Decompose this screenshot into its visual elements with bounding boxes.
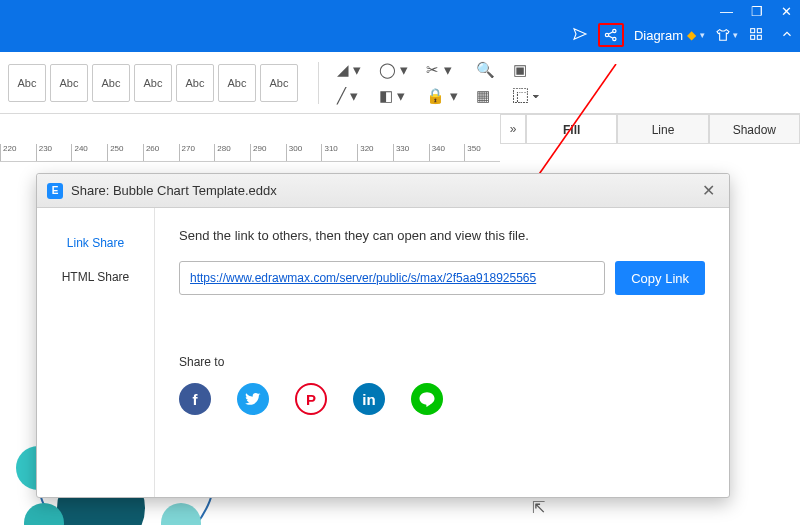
expand-panel-icon[interactable]: »: [500, 114, 526, 144]
dialog-header: E Share: Bubble Chart Template.eddx ✕: [37, 174, 729, 208]
diagram-type-selector[interactable]: Diagram ◆ ▾: [634, 28, 705, 43]
dialog-close-button[interactable]: ✕: [698, 179, 719, 202]
dialog-title: Share: Bubble Chart Template.eddx: [71, 183, 277, 198]
horizontal-ruler: 2202302402502602702802903003103203303403…: [0, 144, 500, 162]
lock-icon[interactable]: 🔒 ▾: [426, 87, 457, 105]
svg-point-12: [161, 503, 201, 525]
transparency-icon[interactable]: ◧ ▾: [379, 87, 408, 105]
line-style-icon[interactable]: ╱ ▾: [337, 87, 361, 105]
share-linkedin-icon[interactable]: in: [353, 383, 385, 415]
style-preset[interactable]: Abc: [50, 64, 88, 102]
dialog-nav: Link Share HTML Share: [37, 208, 155, 497]
style-preset[interactable]: Abc: [92, 64, 130, 102]
same-size-icon[interactable]: ▣: [513, 61, 540, 79]
svg-rect-5: [751, 35, 755, 39]
side-panel-tabs: » Fill Line Shadow: [500, 114, 800, 144]
chevron-down-icon: ▾: [700, 30, 705, 40]
select-similar-icon[interactable]: ▦: [476, 87, 495, 105]
style-preset[interactable]: Abc: [8, 64, 46, 102]
page-fit-icon[interactable]: ⇱: [532, 498, 545, 517]
chevron-down-icon: ▾: [733, 30, 738, 40]
share-facebook-icon[interactable]: f: [179, 383, 211, 415]
format-toolbar: Abc Abc Abc Abc Abc Abc Abc ◢ ▾ ◯ ▾ ✂ ▾ …: [0, 52, 800, 114]
window-maximize[interactable]: ❐: [751, 4, 763, 19]
share-to-label: Share to: [179, 355, 705, 369]
app-logo-icon: E: [47, 183, 63, 199]
tab-fill[interactable]: Fill: [526, 114, 617, 144]
svg-rect-6: [757, 35, 761, 39]
shape-style-gallery[interactable]: Abc Abc Abc Abc Abc Abc Abc: [8, 64, 298, 102]
shadow-ellipse-icon[interactable]: ◯ ▾: [379, 61, 408, 79]
fill-bucket-icon[interactable]: ◢ ▾: [337, 61, 361, 79]
share-description: Send the link to others, then they can o…: [179, 228, 705, 243]
premium-diamond-icon: ◆: [687, 28, 696, 42]
tab-shadow[interactable]: Shadow: [709, 114, 800, 144]
style-preset[interactable]: Abc: [218, 64, 256, 102]
nav-html-share[interactable]: HTML Share: [37, 260, 154, 294]
group-shapes-icon[interactable]: ⿸ ▾: [513, 87, 540, 104]
shirt-icon[interactable]: ▾: [715, 27, 738, 43]
share-dialog: E Share: Bubble Chart Template.eddx ✕ Li…: [36, 173, 730, 498]
svg-rect-4: [757, 28, 761, 32]
apps-grid-icon[interactable]: [748, 26, 764, 45]
style-preset[interactable]: Abc: [260, 64, 298, 102]
share-twitter-icon[interactable]: [237, 383, 269, 415]
share-pinterest-icon[interactable]: P: [295, 383, 327, 415]
svg-rect-3: [751, 28, 755, 32]
send-icon[interactable]: [572, 26, 588, 45]
copy-link-button[interactable]: Copy Link: [615, 261, 705, 295]
tab-line[interactable]: Line: [617, 114, 708, 144]
crop-icon[interactable]: ✂ ▾: [426, 61, 457, 79]
style-preset[interactable]: Abc: [134, 64, 172, 102]
share-line-icon[interactable]: [411, 383, 443, 415]
window-minimize[interactable]: —: [720, 4, 733, 19]
collapse-ribbon-icon[interactable]: [780, 27, 794, 44]
titlebar: — ❐ ✕ Diagram ◆ ▾ ▾: [0, 0, 800, 52]
style-preset[interactable]: Abc: [176, 64, 214, 102]
nav-link-share[interactable]: Link Share: [37, 226, 154, 260]
separator: [318, 62, 319, 104]
share-icon[interactable]: [598, 23, 624, 47]
window-close[interactable]: ✕: [781, 4, 792, 19]
search-zoom-icon[interactable]: 🔍: [476, 61, 495, 79]
share-url-input[interactable]: [179, 261, 605, 295]
